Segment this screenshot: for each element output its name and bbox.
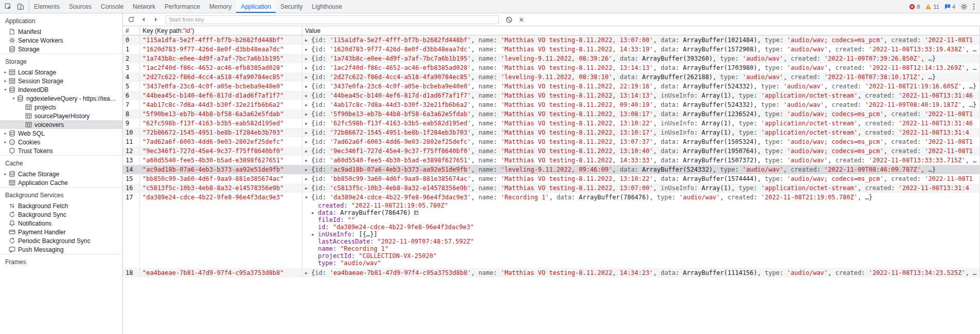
sidebar-item-ngdexielievequery-https-team-vidieditor-vi[interactable]: ▾ngdexielieveQuery - https://team-vidied… xyxy=(0,94,122,103)
sidebar-item-background-fetch[interactable]: Background Fetch xyxy=(0,201,122,210)
table-row[interactable]: 1"1620d783-9f77-426d-8e0f-d3bb48eaa7dc"▶… xyxy=(123,45,980,54)
expand-icon[interactable]: ▶ xyxy=(305,110,311,119)
sidebar-item-sourceplayerhistory[interactable]: sourcePlayerHistory xyxy=(0,112,122,120)
column-header-key[interactable]: Key (Key path: "id") xyxy=(140,26,302,35)
settings-gear-icon[interactable] xyxy=(959,1,969,13)
sidebar-item-periodic-background-sync[interactable]: Periodic Background Sync xyxy=(0,236,122,245)
tab-application[interactable]: Application xyxy=(236,0,276,13)
sidebar-item-service-workers[interactable]: Service Workers xyxy=(0,36,122,45)
start-from-key-input[interactable] xyxy=(166,15,499,24)
memory-inspector-icon[interactable] xyxy=(414,210,419,215)
sidebar-item-indexeddb[interactable]: ▾IndexedDB xyxy=(0,85,122,94)
table-row[interactable]: 15"bb850c99-3a60-4d6f-9aa9-881e385674ac"… xyxy=(123,174,980,183)
tab-memory[interactable]: Memory xyxy=(205,0,236,13)
sidebar-item-push-messaging[interactable]: Push Messaging xyxy=(0,245,122,254)
sidebar-item-cache-storage[interactable]: ▸Cache Storage xyxy=(0,170,122,178)
expand-icon[interactable]: ▶ xyxy=(305,165,311,174)
expand-icon[interactable]: ▶ xyxy=(305,82,311,91)
table-row[interactable]: 10"72b86672-1545-4951-be8b-1f284eb3b703"… xyxy=(123,128,980,137)
tab-network[interactable]: Network xyxy=(128,0,160,13)
table-row[interactable]: 5"3437e0fa-23c6-4c0f-a05e-bcbeba9e40e0"▶… xyxy=(123,82,980,91)
expand-icon[interactable]: ▶ xyxy=(305,73,311,82)
more-vertical-icon[interactable] xyxy=(972,1,976,13)
table-row[interactable]: 7"4ab17c8c-7d8a-44d3-b30f-32e21fb6b6a2"▶… xyxy=(123,100,980,109)
refresh-button[interactable] xyxy=(125,14,137,25)
table-row[interactable]: 11"7ad62a6f-6003-4dd6-9e03-2802ef25defc"… xyxy=(123,137,980,146)
inspect-icon[interactable] xyxy=(2,1,14,13)
expand-icon[interactable]: ▶ xyxy=(305,54,311,63)
tab-performance[interactable]: Performance xyxy=(160,0,205,13)
tab-lighthouse[interactable]: Lighthouse xyxy=(307,0,347,13)
table-row[interactable]: 13"a60d5540-fee5-4b30-b5ad-e3898f627651"… xyxy=(123,156,980,165)
expand-icon[interactable]: ▶ xyxy=(305,138,311,146)
sidebar-item-storage[interactable]: Storage xyxy=(0,45,122,53)
table-row[interactable]: 12"9ec346f1-727d-45e4-9c37-f75ff8640bf0"… xyxy=(123,146,980,156)
expand-icon[interactable]: ▶ xyxy=(305,269,311,277)
table-row[interactable]: 9"62fc598b-f13f-4163-b3b5-eab582d195ed"▶… xyxy=(123,119,980,128)
sidebar-item-web-sql[interactable]: ▸Web SQL xyxy=(0,129,122,138)
device-toolbar-icon[interactable] xyxy=(14,1,27,13)
collapse-icon[interactable]: ▾ xyxy=(3,87,8,92)
expand-icon[interactable]: ▶ xyxy=(305,156,311,165)
clear-object-store-button[interactable] xyxy=(503,14,515,25)
tab-console[interactable]: Console xyxy=(96,0,128,13)
expand-icon[interactable]: ▸ xyxy=(3,79,8,83)
next-page-button[interactable] xyxy=(150,14,162,25)
expand-icon[interactable]: ▶ xyxy=(305,175,311,183)
previous-page-button[interactable] xyxy=(137,14,150,25)
table-row[interactable]: 18"ea4baeae-7b81-47d9-97f4-c95a3753d8b8"… xyxy=(123,268,980,277)
expand-icon[interactable]: ▶ xyxy=(305,36,311,45)
table-row[interactable]: 4"2d27c622-f86d-4cc4-a518-4fa90784ec85"▶… xyxy=(123,72,980,82)
collapse-icon[interactable]: ▾ xyxy=(11,96,16,101)
table-row[interactable]: 14"ac9ad18b-07a6-4eb3-b373-aa92e51de9fb"… xyxy=(123,165,980,174)
sidebar-item-notifications[interactable]: Notifications xyxy=(0,219,122,228)
expand-icon[interactable]: ▶ xyxy=(312,231,318,238)
expand-icon[interactable]: ▶ xyxy=(305,91,311,100)
tab-security[interactable]: Security xyxy=(276,0,307,13)
expand-icon[interactable]: ▸ xyxy=(3,70,8,75)
sidebar-item-local-storage[interactable]: ▸Local Storage xyxy=(0,68,122,77)
delete-selected-button[interactable] xyxy=(515,14,527,25)
expand-icon[interactable]: ▸ xyxy=(3,140,8,144)
property-value: 'c5813f5c-10b3-4eb8-8a32-e14578356e9b' xyxy=(330,184,471,192)
row-index: 9 xyxy=(123,119,140,128)
sidebar-item-projects[interactable]: projects xyxy=(0,103,122,112)
table-row[interactable]: 0"115a1dfa-5e2f-4fff-bf7b-b2682fd448bf"▶… xyxy=(123,35,980,45)
table-row[interactable]: 2"1a743b8c-e0ee-4d9f-a7af-7bc7a6b1b195"▶… xyxy=(123,54,980,63)
table-row[interactable]: 6"44bea45c-b140-4ef6-817d-d1ad6f7af1f7"▶… xyxy=(123,91,980,100)
expand-icon[interactable]: ▸ xyxy=(3,131,8,136)
expand-icon[interactable]: ▶ xyxy=(305,45,311,54)
expand-icon[interactable]: ▶ xyxy=(305,64,311,72)
property-name: name xyxy=(478,36,493,44)
expand-icon[interactable]: ▶ xyxy=(305,147,311,156)
tab-elements[interactable]: Elements xyxy=(29,0,64,13)
sidebar-item-background-sync[interactable]: Background Sync xyxy=(0,210,122,219)
issues-badge-icon[interactable]: 4 xyxy=(943,1,956,13)
column-header-index[interactable]: # xyxy=(123,26,140,35)
sidebar-item-voiceovers[interactable]: voiceovers xyxy=(0,120,122,129)
sidebar-item-manifest[interactable]: Manifest xyxy=(0,27,122,36)
property-value: 'bb850c99-3a60-4d6f-9aa9-881e385674ac' xyxy=(330,175,471,182)
property-name: data xyxy=(661,157,675,164)
table-row[interactable]: 16"c5813f5c-10b3-4eb8-8a32-e14578356e9b"… xyxy=(123,183,980,193)
column-header-value[interactable]: Value xyxy=(302,26,980,35)
table-row[interactable]: 3"1ac2f40d-f86c-4652-ac46-efb8385ad028"▶… xyxy=(123,63,980,72)
expand-icon[interactable]: ▶ xyxy=(312,210,318,216)
expand-icon[interactable]: ▶ xyxy=(305,119,311,128)
tab-sources[interactable]: Sources xyxy=(64,0,96,13)
warning-badge-icon[interactable]: 11 xyxy=(924,1,940,13)
table-row[interactable]: 8"5f90be13-eb7b-44b8-bf58-6a3a62e5fdab"▶… xyxy=(123,109,980,119)
sidebar-item-application-cache[interactable]: Application Cache xyxy=(0,178,122,187)
sidebar-item-trust-tokens[interactable]: Trust Tokens xyxy=(0,146,122,155)
collapse-icon[interactable]: ▼ xyxy=(305,193,311,202)
error-badge-icon[interactable]: 8 xyxy=(908,1,921,13)
expand-icon[interactable]: ▶ xyxy=(305,128,311,137)
table-row[interactable]: 17"da389e24-cdce-4b22-9fe8-96e4f3dac9e3"… xyxy=(123,193,980,268)
expand-icon[interactable]: ▶ xyxy=(305,184,311,193)
expand-icon[interactable]: ▸ xyxy=(3,172,8,176)
expand-icon[interactable]: ▶ xyxy=(305,101,311,109)
sidebar-item-session-storage[interactable]: ▸Session Storage xyxy=(0,77,122,85)
section-title-frames: Frames xyxy=(0,254,122,268)
sidebar-item-payment-handler[interactable]: Payment Handler xyxy=(0,228,122,236)
sidebar-item-cookies[interactable]: ▸Cookies xyxy=(0,138,122,146)
